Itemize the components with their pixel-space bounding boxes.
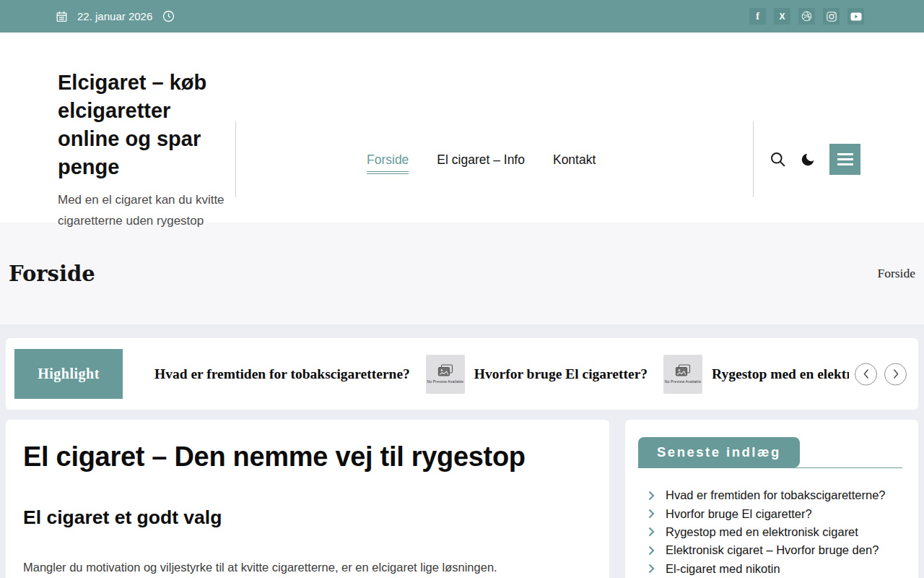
article-paragraph: Mangler du motivation og viljestyrke til… bbox=[23, 558, 592, 576]
site-title[interactable]: Elcigaret – køb elcigaretter online og s… bbox=[58, 69, 230, 181]
post-thumbnail-placeholder[interactable]: No Preview Available bbox=[426, 355, 465, 394]
chevron-right-icon bbox=[648, 491, 655, 501]
highlight-item-3[interactable]: Rygestop med en elektronisk cigaret bbox=[712, 366, 849, 382]
carousel-prev-icon[interactable] bbox=[855, 363, 877, 385]
highlight-track: Hvad er fremtiden for tobakscigaretterne… bbox=[154, 355, 849, 394]
recent-post-link[interactable]: El-cigaret med nikotin bbox=[666, 562, 780, 576]
sidebar: Seneste indlæg Hvad er fremtiden for tob… bbox=[625, 420, 918, 578]
facebook-icon[interactable]: f bbox=[749, 8, 766, 25]
chevron-right-icon bbox=[648, 564, 655, 574]
carousel-next-icon[interactable] bbox=[884, 363, 907, 385]
highlight-item-2[interactable]: Hvorfor bruge El cigaretter? bbox=[474, 366, 648, 382]
post-thumbnail-placeholder[interactable]: No Preview Available bbox=[663, 355, 702, 394]
highlight-item-1[interactable]: Hvad er fremtiden for tobakscigaretterne… bbox=[154, 366, 410, 382]
recent-posts-list: Hvad er fremtiden for tobakscigaretterne… bbox=[638, 486, 905, 578]
breadcrumb[interactable]: Forside bbox=[878, 266, 916, 281]
nav-item-kontakt[interactable]: Kontakt bbox=[553, 152, 596, 168]
sidebar-widget-header: Seneste indlæg bbox=[638, 437, 902, 468]
header-divider-left bbox=[235, 121, 236, 197]
dark-mode-moon-icon[interactable] bbox=[800, 152, 816, 168]
nav-item-forside[interactable]: Forside bbox=[367, 152, 409, 174]
social-links: f X bbox=[749, 8, 864, 25]
article-title: El cigaret – Den nemme vej til rygestop bbox=[23, 441, 592, 473]
chevron-right-icon bbox=[648, 509, 655, 519]
recent-post-link[interactable]: Elektronisk cigaret – Hvorfor bruge den? bbox=[666, 543, 879, 557]
clock-icon bbox=[162, 10, 175, 22]
instagram-icon[interactable] bbox=[823, 8, 840, 25]
sidebar-widget-title: Seneste indlæg bbox=[638, 437, 800, 467]
dribbble-icon[interactable] bbox=[798, 8, 815, 25]
header-divider-right bbox=[753, 121, 754, 197]
list-item: Elektronisk cigaret – Hvorfor bruge den? bbox=[648, 541, 905, 559]
x-twitter-icon[interactable]: X bbox=[774, 8, 790, 25]
topbar-date-group: 22. januar 2026 bbox=[56, 10, 175, 22]
recent-post-link[interactable]: Hvad er fremtiden for tobakscigaretterne… bbox=[666, 488, 886, 502]
site-header: Elcigaret – køb elcigaretter online og s… bbox=[0, 33, 924, 223]
list-item: Hvad er fremtiden for tobakscigaretterne… bbox=[648, 486, 905, 504]
list-item: Rygestop med en elektronisk cigaret bbox=[648, 523, 905, 541]
search-icon[interactable] bbox=[770, 151, 786, 168]
list-item: Hvorfor bruge El cigaretter? bbox=[648, 504, 905, 522]
page-title: Forside bbox=[9, 262, 95, 286]
site-tagline: Med en el cigaret kan du kvitte cigarett… bbox=[58, 190, 230, 232]
main-nav: Forside El cigaret – Info Kontakt bbox=[367, 152, 596, 174]
article-subtitle: El cigaret et godt valg bbox=[23, 506, 592, 529]
site-branding: Elcigaret – køb elcigaretter online og s… bbox=[58, 69, 230, 232]
thumbnail-caption: No Preview Available bbox=[665, 379, 702, 384]
main-article: El cigaret – Den nemme vej til rygestop … bbox=[6, 420, 609, 578]
youtube-icon[interactable] bbox=[847, 8, 864, 25]
chevron-right-icon bbox=[648, 545, 655, 556]
content-area: El cigaret – Den nemme vej til rygestop … bbox=[6, 420, 918, 578]
highlight-carousel: Highlight Hvad er fremtiden for tobaksci… bbox=[6, 338, 918, 410]
thumbnail-caption: No Preview Available bbox=[427, 379, 463, 384]
hamburger-menu-button[interactable] bbox=[829, 144, 860, 175]
chevron-right-icon bbox=[648, 527, 655, 537]
nav-item-el-cigaret-info[interactable]: El cigaret – Info bbox=[437, 152, 525, 168]
page-title-strip: Forside Forside bbox=[0, 223, 924, 324]
highlight-label: Highlight bbox=[14, 349, 123, 399]
topbar: 22. januar 2026 f X bbox=[0, 0, 924, 33]
recent-post-link[interactable]: Rygestop med en elektronisk cigaret bbox=[666, 525, 858, 539]
carousel-controls bbox=[849, 363, 907, 385]
recent-post-link[interactable]: Hvorfor bruge El cigaretter? bbox=[666, 507, 812, 521]
topbar-date: 22. januar 2026 bbox=[77, 10, 152, 22]
list-item: El-cigaret med nikotin bbox=[648, 560, 905, 578]
header-tools bbox=[770, 144, 860, 175]
calendar-icon bbox=[56, 11, 67, 22]
